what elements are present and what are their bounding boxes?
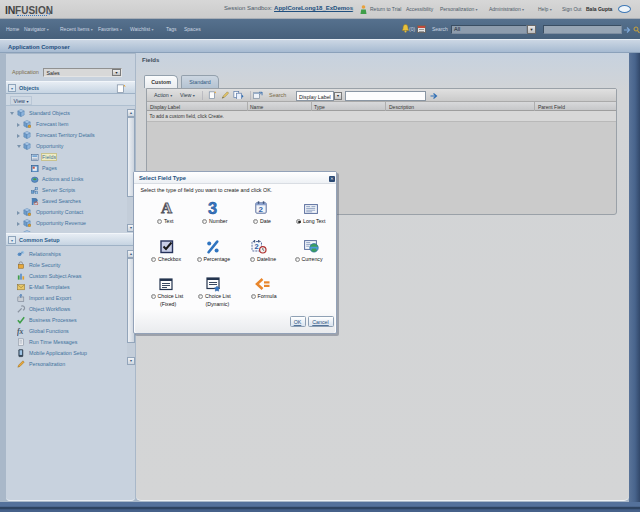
svg-text:2: 2	[255, 242, 259, 251]
svg-text:2: 2	[259, 205, 264, 214]
svg-text:A: A	[161, 200, 173, 215]
svg-text:fx: fx	[17, 327, 24, 336]
svg-text:3: 3	[208, 200, 217, 216]
